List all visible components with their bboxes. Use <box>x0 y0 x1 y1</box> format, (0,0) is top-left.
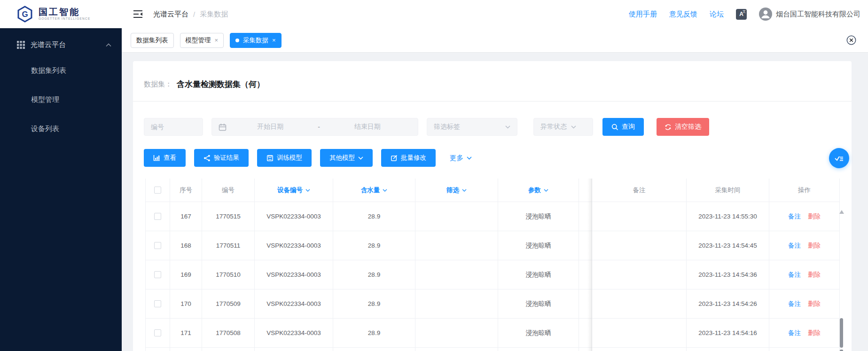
row-checkbox[interactable] <box>154 300 161 307</box>
more-dropdown[interactable]: 更多 <box>450 154 472 163</box>
row-remark-link[interactable]: 备注 <box>788 300 801 308</box>
row-remark-link[interactable]: 备注 <box>788 212 801 221</box>
table-header-row: 序号 编号 设备编号 含水量 筛选 <box>145 179 840 202</box>
sidebar-item-dataset-list[interactable]: 数据集列表 <box>0 56 122 85</box>
cell-device: VSPK022334-0003 <box>255 231 333 260</box>
row-checkbox[interactable] <box>154 213 161 220</box>
dataset-card: 数据集： 含水量检测数据集（何） <box>133 61 852 351</box>
header-ops: 操作 <box>769 179 840 202</box>
row-checkbox[interactable] <box>154 271 161 278</box>
cell-time: 2023-11-23 14:54:26 <box>687 289 769 319</box>
abnormal-status-select[interactable]: 异常状态 <box>533 118 593 136</box>
menu-fold-icon[interactable] <box>133 10 143 18</box>
account-area[interactable]: 烟台国工智能科技有限公司 <box>759 8 860 21</box>
code-input[interactable] <box>144 118 203 136</box>
cell-moisture: 28.9 <box>333 202 415 231</box>
row-remark-link[interactable]: 备注 <box>788 271 801 279</box>
row-checkbox[interactable] <box>154 242 161 249</box>
train-model-button[interactable]: 训练模型 <box>257 149 312 167</box>
end-date-placeholder[interactable]: 结束日期 <box>324 123 412 131</box>
cell-device: VSPK022334-0003 <box>255 202 333 231</box>
clear-filters-button[interactable]: 清空筛选 <box>657 118 709 136</box>
cell-ops: 备注 删除 <box>769 289 840 319</box>
language-switch-icon[interactable]: A 文 <box>736 9 747 20</box>
row-delete-link[interactable]: 删除 <box>808 300 821 308</box>
chevron-down-icon <box>571 125 576 129</box>
manual-link[interactable]: 使用手册 <box>629 10 657 19</box>
row-delete-link[interactable]: 删除 <box>808 212 821 221</box>
other-models-dropdown[interactable]: 其他模型 <box>320 149 373 167</box>
button-label: 其他模型 <box>329 154 355 162</box>
tab-label: 采集数据 <box>243 36 268 45</box>
header-spacer <box>579 179 592 202</box>
feedback-link[interactable]: 意见反馈 <box>669 10 697 19</box>
close-circle-icon[interactable] <box>846 35 857 46</box>
button-label: 查看 <box>164 154 176 162</box>
chevron-down-icon <box>383 189 387 192</box>
header-seq: 序号 <box>170 179 202 202</box>
header-filter-sort[interactable]: 筛选 <box>415 179 498 202</box>
brand-logo: G 国工智能 GOGETTER INTELLIGENCE <box>0 5 122 23</box>
cell-code: 1770510 <box>202 260 255 289</box>
scrollbar-thumb[interactable] <box>840 318 843 348</box>
chevron-down-icon <box>544 189 548 192</box>
cell-moisture: 28.9 <box>333 231 415 260</box>
cell-filter <box>415 289 498 319</box>
row-remark-link[interactable]: 备注 <box>788 242 801 250</box>
tab-close-icon[interactable]: × <box>215 37 219 44</box>
sidebar-item-model-management[interactable]: 模型管理 <box>0 85 122 114</box>
cell-device: VSPK022334-0003 <box>255 289 333 319</box>
sidebar-group-spectrum-platform[interactable]: 光谱云平台 <box>0 28 122 56</box>
verify-results-button[interactable]: 验证结果 <box>194 149 249 167</box>
batch-edit-button[interactable]: 批量修改 <box>381 149 436 167</box>
cell-code: 1770508 <box>202 319 255 348</box>
scrollbar-up-arrow[interactable] <box>839 210 844 214</box>
start-date-placeholder[interactable]: 开始日期 <box>227 123 314 131</box>
tab-close-icon[interactable]: × <box>272 37 276 44</box>
button-label: 查询 <box>622 123 635 131</box>
cell-seq: 170 <box>170 289 202 319</box>
calendar-icon <box>219 123 227 131</box>
filter-tag-select[interactable]: 筛选标签 <box>427 118 517 136</box>
cell-time: 2023-11-23 14:54:36 <box>687 260 769 289</box>
row-delete-link[interactable]: 删除 <box>808 271 821 279</box>
select-all-checkbox[interactable] <box>154 187 161 194</box>
cell-remark <box>592 289 687 319</box>
user-avatar-icon <box>759 8 772 21</box>
table-row: 170 1770509 VSPK022334-0003 28.9 浸泡晾晒 20… <box>145 289 840 319</box>
app-window: G 国工智能 GOGETTER INTELLIGENCE 光谱云平台 / 采集数… <box>0 0 868 351</box>
tab-dataset-list[interactable]: 数据集列表 <box>131 33 174 48</box>
forum-link[interactable]: 论坛 <box>710 10 724 19</box>
tab-model-management[interactable]: 模型管理 × <box>180 33 224 48</box>
cell-time: 2023-11-23 14:55:30 <box>687 202 769 231</box>
filter-toolbar: 开始日期 - 结束日期 筛选标签 异常状态 <box>133 101 852 136</box>
cell-ops: 备注 删除 <box>769 260 840 289</box>
logo-title: 国工智能 <box>39 8 90 17</box>
header-param-sort[interactable]: 参数 <box>498 179 579 202</box>
column-settings-fab[interactable] <box>829 148 849 168</box>
main-area: 数据集列表 模型管理 × 采集数据 × <box>122 28 868 351</box>
search-button[interactable]: 查询 <box>602 118 644 136</box>
cell-remark <box>592 319 687 348</box>
chevron-down-icon <box>305 189 310 192</box>
sidebar: 光谱云平台 数据集列表 模型管理 设备列表 <box>0 28 122 351</box>
row-checkbox[interactable] <box>154 329 161 336</box>
header-moisture-sort[interactable]: 含水量 <box>333 179 415 202</box>
search-icon <box>611 124 618 131</box>
sidebar-item-device-list[interactable]: 设备列表 <box>0 114 122 143</box>
header-device-sort[interactable]: 设备编号 <box>255 179 333 202</box>
cell-spacer <box>579 260 592 289</box>
tab-collect-data[interactable]: 采集数据 × <box>230 33 282 48</box>
cell-code: 1770511 <box>202 231 255 260</box>
top-header: G 国工智能 GOGETTER INTELLIGENCE 光谱云平台 / 采集数… <box>0 0 868 28</box>
row-remark-link[interactable]: 备注 <box>788 329 801 337</box>
row-delete-link[interactable]: 删除 <box>808 329 821 337</box>
header-label: 含水量 <box>361 186 380 195</box>
button-label: 验证结果 <box>214 154 239 162</box>
date-range-picker[interactable]: 开始日期 - 结束日期 <box>211 118 418 136</box>
breadcrumb-root[interactable]: 光谱云平台 <box>153 10 188 19</box>
chevron-down-icon <box>505 125 510 129</box>
cell-seq: 168 <box>170 231 202 260</box>
view-button[interactable]: 查看 <box>144 149 186 167</box>
row-delete-link[interactable]: 删除 <box>808 242 821 250</box>
